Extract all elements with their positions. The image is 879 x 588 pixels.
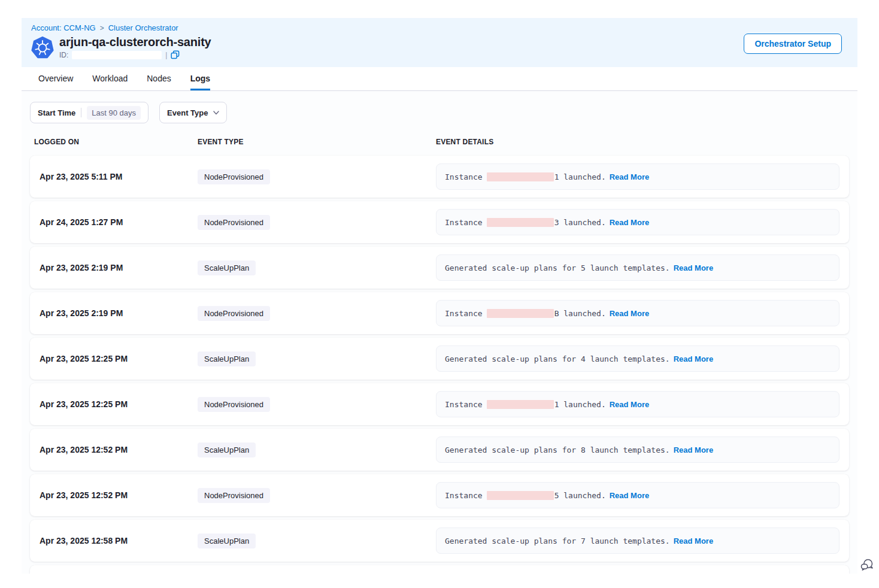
chevron-down-icon: [213, 111, 219, 115]
logs-content: Start Time Last 90 days Event Type LOGGE…: [22, 91, 857, 574]
log-timestamp: Apr 23, 2025 12:52 PM: [40, 490, 198, 500]
kubernetes-icon: [31, 37, 54, 59]
log-timestamp: Apr 23, 2025 2:19 PM: [40, 308, 198, 318]
log-timestamp: Apr 23, 2025 12:52 PM: [40, 445, 198, 454]
event-details-box: Generated scale-up plans for 7 launch te…: [436, 528, 839, 554]
copy-icon[interactable]: [171, 50, 180, 59]
read-more-link[interactable]: Read More: [674, 354, 713, 363]
event-detail-text: Instance: [445, 491, 483, 500]
cluster-orchestrator-panel: Account: CCM-NG > Cluster Orchestrator: [22, 18, 857, 574]
read-more-link[interactable]: Read More: [674, 537, 713, 545]
event-detail-text: Instance: [445, 309, 483, 318]
read-more-link[interactable]: Read More: [674, 263, 713, 272]
event-type-badge: ScaleUpPlan: [198, 442, 256, 457]
event-type-badge: NodeProvisioned: [198, 215, 270, 230]
log-row-partial: [30, 565, 849, 574]
read-more-link[interactable]: Read More: [610, 491, 649, 500]
log-row: Apr 23, 2025 12:25 PM ScaleUpPlan Genera…: [30, 338, 849, 380]
event-type-badge: NodeProvisioned: [198, 169, 270, 184]
event-type-cell: ScaleUpPlan: [198, 351, 436, 366]
log-timestamp: Apr 23, 2025 5:11 PM: [40, 172, 198, 181]
event-type-cell: NodeProvisioned: [198, 397, 436, 412]
event-detail-suffix: 3 launched.: [554, 218, 606, 227]
log-row: Apr 23, 2025 12:58 PM ScaleUpPlan Genera…: [30, 520, 849, 562]
redacted-instance-id: [487, 491, 554, 500]
event-type-cell: ScaleUpPlan: [198, 442, 436, 457]
event-type-badge: ScaleUpPlan: [198, 534, 256, 548]
event-detail-suffix: B launched.: [554, 309, 606, 318]
log-row: Apr 23, 2025 12:52 PM NodeProvisioned In…: [30, 474, 849, 516]
cluster-id-row: ID: |: [59, 50, 211, 59]
breadcrumb-section-link[interactable]: Cluster Orchestrator: [108, 23, 178, 32]
event-type-cell: ScaleUpPlan: [198, 534, 436, 548]
event-detail-text: Instance: [445, 172, 483, 181]
log-row: Apr 23, 2025 12:25 PM NodeProvisioned In…: [30, 383, 849, 425]
event-type-badge: NodeProvisioned: [198, 397, 270, 412]
tab-workload[interactable]: Workload: [92, 67, 128, 90]
event-details-box: Instance 1 launched. Read More: [436, 391, 839, 417]
id-label: ID:: [59, 51, 68, 59]
title-row: arjun-qa-clusterorch-sanity ID: |: [31, 35, 842, 59]
event-type-cell: NodeProvisioned: [198, 488, 436, 503]
breadcrumb-account-link[interactable]: Account: CCM-NG: [31, 23, 96, 32]
column-event-type: EVENT TYPE: [198, 138, 436, 146]
event-detail-text: Generated scale-up plans for 7 launch te…: [445, 537, 670, 545]
event-detail-text: Generated scale-up plans for 4 launch te…: [445, 354, 670, 363]
title-block: arjun-qa-clusterorch-sanity ID: |: [59, 35, 211, 59]
filter-divider: [81, 108, 81, 117]
log-timestamp: Apr 23, 2025 2:19 PM: [40, 263, 198, 272]
log-row: Apr 23, 2025 2:19 PM ScaleUpPlan Generat…: [30, 247, 849, 289]
read-more-link[interactable]: Read More: [610, 400, 649, 409]
read-more-link[interactable]: Read More: [610, 218, 649, 227]
log-table-header: LOGGED ON EVENT TYPE EVENT DETAILS: [30, 138, 849, 146]
tab-bar: Overview Workload Nodes Logs: [22, 67, 857, 91]
event-details-box: Generated scale-up plans for 5 launch te…: [436, 254, 839, 281]
tab-overview[interactable]: Overview: [38, 67, 73, 90]
event-detail-suffix: 1 launched.: [554, 172, 606, 181]
column-event-details: EVENT DETAILS: [436, 138, 849, 146]
event-type-cell: NodeProvisioned: [198, 215, 436, 230]
event-detail-text: Instance: [445, 218, 483, 227]
read-more-link[interactable]: Read More: [610, 172, 649, 181]
event-type-label: Event Type: [167, 108, 208, 117]
redacted-instance-id: [487, 218, 554, 227]
page-header: Account: CCM-NG > Cluster Orchestrator: [22, 18, 857, 67]
event-detail-text: Instance: [445, 400, 483, 409]
chat-bubbles-icon[interactable]: [859, 557, 874, 572]
read-more-link[interactable]: Read More: [610, 309, 649, 318]
column-logged-on: LOGGED ON: [34, 138, 198, 146]
breadcrumb: Account: CCM-NG > Cluster Orchestrator: [31, 23, 842, 32]
log-timestamp: Apr 24, 2025 1:27 PM: [40, 217, 198, 227]
event-details-box: Generated scale-up plans for 4 launch te…: [436, 345, 839, 372]
event-detail-suffix: 5 launched.: [554, 491, 606, 500]
tab-nodes[interactable]: Nodes: [147, 67, 171, 90]
orchestrator-setup-button[interactable]: Orchestrator Setup: [744, 34, 842, 54]
event-type-cell: NodeProvisioned: [198, 306, 436, 321]
event-detail-suffix: 1 launched.: [554, 400, 606, 409]
start-time-filter[interactable]: Start Time Last 90 days: [30, 102, 148, 123]
event-type-cell: ScaleUpPlan: [198, 260, 436, 275]
redacted-instance-id: [487, 400, 554, 409]
event-details-box: Instance 1 launched. Read More: [436, 163, 839, 190]
log-row: Apr 23, 2025 12:52 PM ScaleUpPlan Genera…: [30, 429, 849, 471]
event-type-badge: ScaleUpPlan: [198, 351, 256, 366]
log-row: Apr 24, 2025 1:27 PM NodeProvisioned Ins…: [30, 201, 849, 243]
log-row-list: Apr 23, 2025 5:11 PM NodeProvisioned Ins…: [30, 156, 849, 562]
start-time-label: Start Time: [38, 108, 75, 117]
breadcrumb-separator: >: [100, 24, 104, 32]
start-time-value: Last 90 days: [87, 106, 141, 120]
event-type-filter[interactable]: Event Type: [159, 102, 227, 123]
event-type-badge: NodeProvisioned: [198, 306, 270, 321]
event-details-box: Instance 5 launched. Read More: [436, 482, 839, 508]
tab-logs[interactable]: Logs: [190, 67, 210, 90]
event-details-box: Generated scale-up plans for 8 launch te…: [436, 437, 839, 463]
log-row: Apr 23, 2025 5:11 PM NodeProvisioned Ins…: [30, 156, 849, 198]
log-timestamp: Apr 23, 2025 12:25 PM: [40, 399, 198, 409]
event-details-box: Instance B launched. Read More: [436, 300, 839, 326]
read-more-link[interactable]: Read More: [674, 445, 713, 454]
log-timestamp: Apr 23, 2025 12:58 PM: [40, 536, 198, 545]
id-separator: |: [165, 51, 167, 59]
page-title: arjun-qa-clusterorch-sanity: [59, 35, 211, 49]
event-type-cell: NodeProvisioned: [198, 169, 436, 184]
log-timestamp: Apr 23, 2025 12:25 PM: [40, 354, 198, 363]
